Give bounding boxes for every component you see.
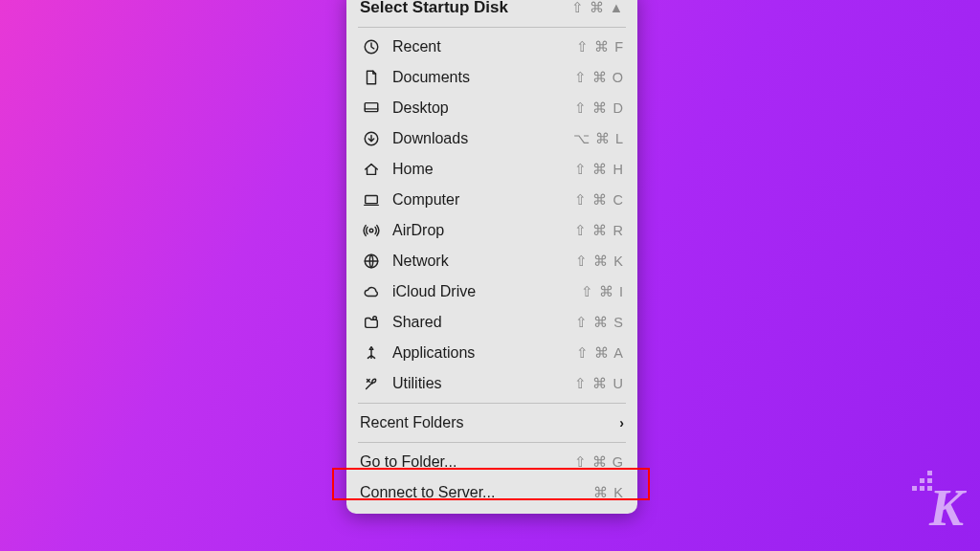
menu-item-label: Connect to Server...: [360, 484, 565, 501]
menu-item-label: Utilities: [392, 375, 565, 392]
menu-item-label: Documents: [392, 69, 565, 86]
menu-item-shortcut: ⇧ ⌘ K: [565, 253, 624, 269]
menu-divider: [358, 403, 626, 404]
menu-item-home[interactable]: Home ⇧ ⌘ H: [346, 154, 637, 185]
go-menu: Select Startup Disk ⇧ ⌘ ▲ Recent ⇧ ⌘ F D…: [346, 0, 637, 514]
home-icon: [360, 160, 383, 179]
menu-item-select-startup-disk[interactable]: Select Startup Disk ⇧ ⌘ ▲: [346, 0, 637, 23]
menu-item-connect-to-server[interactable]: Connect to Server... ⌘ K: [346, 477, 637, 508]
menu-item-shortcut: ⇧ ⌘ F: [565, 39, 624, 55]
menu-item-go-to-folder[interactable]: Go to Folder... ⇧ ⌘ G: [346, 447, 637, 477]
svg-rect-1: [365, 103, 378, 112]
menu-item-shortcut: ⌘ K: [565, 485, 624, 500]
watermark-letter: K: [929, 479, 963, 537]
menu-item-recent[interactable]: Recent ⇧ ⌘ F: [346, 32, 637, 62]
svg-rect-3: [366, 196, 378, 204]
desktop-icon: [360, 99, 383, 118]
menu-item-label: AirDrop: [392, 222, 565, 239]
menu-item-shortcut: ⇧ ⌘ R: [565, 223, 624, 238]
menu-divider: [358, 27, 626, 28]
chevron-right-icon: ›: [619, 415, 624, 430]
menu-item-shortcut: ⇧ ⌘ U: [565, 376, 624, 391]
menu-item-applications[interactable]: Applications ⇧ ⌘ A: [346, 338, 637, 368]
menu-item-documents[interactable]: Documents ⇧ ⌘ O: [346, 62, 637, 93]
menu-item-label: iCloud Drive: [392, 283, 565, 300]
menu-item-shortcut: ⇧ ⌘ D: [565, 100, 624, 116]
shared-icon: [360, 313, 383, 332]
menu-item-icloud-drive[interactable]: iCloud Drive ⇧ ⌘ I: [346, 276, 637, 307]
menu-item-label: Select Startup Disk: [360, 0, 565, 17]
clock-icon: [360, 37, 383, 56]
computer-icon: [360, 190, 383, 209]
apps-icon: [360, 343, 383, 363]
menu-item-shortcut: ⇧ ⌘ H: [565, 162, 624, 177]
menu-item-label: Computer: [392, 191, 565, 209]
menu-item-shortcut: ⇧ ⌘ S: [565, 315, 624, 330]
menu-item-label: Network: [392, 253, 565, 270]
menu-item-label: Applications: [392, 344, 565, 362]
cloud-icon: [360, 282, 383, 301]
menu-item-shortcut: ⇧ ⌘ I: [565, 284, 624, 299]
menu-item-shortcut: ⇧ ⌘ C: [565, 192, 624, 208]
menu-item-airdrop[interactable]: AirDrop ⇧ ⌘ R: [346, 215, 637, 246]
menu-item-downloads[interactable]: Downloads ⌥ ⌘ L: [346, 123, 637, 154]
menu-item-network[interactable]: Network ⇧ ⌘ K: [346, 246, 637, 276]
menu-item-label: Shared: [392, 314, 565, 331]
svg-point-6: [373, 317, 377, 320]
menu-item-shortcut: ⌥ ⌘ L: [565, 131, 624, 146]
menu-item-shortcut: ⇧ ⌘ A: [565, 345, 624, 361]
watermark-logo: K: [929, 478, 963, 538]
menu-item-shortcut: ⇧ ⌘ O: [565, 70, 624, 85]
menu-item-shortcut: ⇧ ⌘ ▲: [565, 0, 624, 15]
document-icon: [360, 68, 383, 87]
utilities-icon: [360, 374, 383, 393]
menu-item-utilities[interactable]: Utilities ⇧ ⌘ U: [346, 368, 637, 399]
menu-item-label: Desktop: [392, 99, 565, 117]
download-icon: [360, 129, 383, 148]
menu-item-shortcut: ⇧ ⌘ G: [565, 454, 624, 470]
menu-item-shared[interactable]: Shared ⇧ ⌘ S: [346, 307, 637, 338]
menu-item-label: Downloads: [392, 130, 565, 147]
menu-divider: [358, 442, 626, 443]
menu-item-computer[interactable]: Computer ⇧ ⌘ C: [346, 185, 637, 215]
menu-item-desktop[interactable]: Desktop ⇧ ⌘ D: [346, 93, 637, 123]
menu-item-label: Recent Folders: [360, 414, 619, 431]
network-icon: [360, 252, 383, 271]
airdrop-icon: [360, 221, 383, 240]
menu-item-label: Go to Folder...: [360, 453, 565, 471]
menu-item-label: Home: [392, 161, 565, 178]
svg-point-4: [369, 229, 373, 232]
menu-item-label: Recent: [392, 38, 565, 55]
menu-item-recent-folders[interactable]: Recent Folders ›: [346, 408, 637, 438]
